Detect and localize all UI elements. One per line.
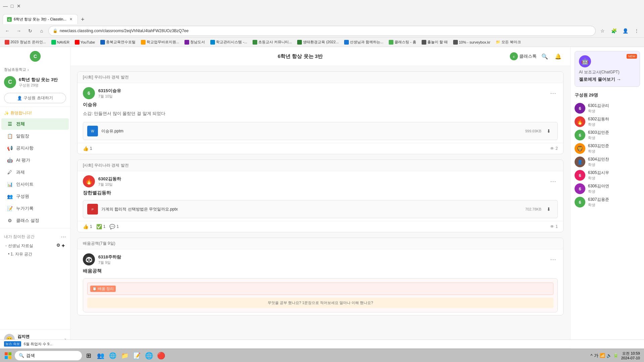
teacher-room-actions: ⚙ + (56, 243, 65, 249)
bookmark-teacher-community[interactable]: 초등교사 커뮤니티... (251, 39, 294, 45)
up-arrow-icon[interactable]: ^ (591, 353, 593, 358)
maximize-button[interactable]: □ (9, 3, 15, 9)
bookmark-eco-edu[interactable]: 생태환경교육 (2022... (295, 39, 340, 45)
right-sidebar: NEW 🤖 AI 보조교사(ChatGPT) 젤로에게 물어보기 → 구성원 2… (570, 47, 644, 349)
sidebar-item-log[interactable]: 📝 누가기록 (1, 203, 69, 214)
taskbar-teams-button[interactable]: 👥 (95, 350, 106, 361)
member-item: 👤 6304김민찬 학생 (575, 155, 640, 169)
post-category: [사회] 우리나라 경제 발전 (77, 160, 563, 171)
member-avatar: 6 (575, 197, 585, 207)
star-button[interactable]: ☆ (598, 26, 607, 36)
bookmark-youtube[interactable]: YouTube (73, 39, 97, 45)
taskbar-chrome-button[interactable]: 🌐 (144, 350, 154, 361)
bookmark-all[interactable]: 📁 모든 북마크 (494, 39, 523, 45)
sidebar-item-all[interactable]: ☰ 전체 (1, 118, 69, 130)
ai-arrow-icon: → (616, 77, 621, 82)
free-space-item[interactable]: • 1. 자유 공간 (0, 250, 70, 258)
bookmark-classting[interactable]: 클래스팅 - 홈 (387, 39, 418, 45)
battery-icon[interactable]: 🔋 (613, 353, 619, 358)
bookmark-library[interactable]: 청남도서 (182, 39, 207, 45)
bookmark-label: 생태환경교육 (2022... (303, 40, 338, 45)
post-more-button[interactable]: ⋯ (548, 255, 558, 264)
new-tab-button[interactable]: + (78, 15, 87, 24)
post-more-button[interactable]: ⋯ (548, 177, 558, 186)
download-button[interactable]: ⬇ (544, 204, 553, 214)
taskbar-search[interactable]: 🔍 검색 (15, 351, 82, 360)
my-spaces-header: 내가 참여한 공간 ⋯ (0, 230, 70, 241)
question-reaction[interactable]: 💬 1 (109, 224, 119, 229)
bookmark-2023[interactable]: 2023 청남조 온라인... (3, 39, 48, 45)
keyboard-icon[interactable]: 가 (594, 353, 598, 359)
bookmark-favicon (253, 40, 257, 45)
classtok-button[interactable]: C 클래스톡 (510, 52, 537, 60)
news-text: 6월 취업자 수 9... (24, 342, 53, 347)
view-count: 👁 1 (550, 224, 558, 229)
news-bar: 뉴스 속보 6월 취업자 수 9... (0, 340, 644, 348)
check-reaction[interactable]: ✅ 1 (96, 224, 106, 229)
address-bar[interactable]: 🔒 newclass.classting.com/classrooms/2eqV… (48, 26, 596, 36)
sidebar-item-task[interactable]: 🖊 과제 (1, 167, 69, 178)
home-button[interactable]: ⌂ (37, 26, 46, 36)
sidebar-item-notice[interactable]: 📋 알림장 (1, 130, 69, 142)
taskbar-app-button[interactable]: 🔴 (156, 350, 166, 361)
download-button[interactable]: ⬇ (544, 126, 553, 136)
taskbar-edge-button[interactable]: 🌐 (107, 350, 118, 361)
like-icon: 👍 (83, 146, 89, 151)
forward-button[interactable]: → (14, 26, 23, 36)
app-logo[interactable]: C (0, 47, 70, 66)
breadcrumb: 청남초등학교 › (0, 66, 70, 73)
bookmark-with-teacher[interactable]: 선생님과 함께하는... (342, 39, 385, 45)
member-role: 학생 (588, 109, 609, 114)
like-reaction[interactable]: 👍 1 (83, 146, 92, 151)
like-count: 1 (90, 224, 92, 229)
invite-members-button[interactable]: 👤 구성원 초대하기 (4, 93, 66, 103)
taskbar-notepad-button[interactable]: 📝 (131, 350, 142, 361)
member-name: 6303김민준 (588, 130, 609, 135)
network-icon[interactable]: 📶 (600, 353, 605, 358)
start-button[interactable] (3, 350, 13, 361)
ai-action-button[interactable]: 젤로에게 물어보기 → (579, 76, 636, 82)
profile-button[interactable]: 👤 (621, 26, 630, 36)
bookmark-school-support[interactable]: 학교업무바르지원... (139, 39, 181, 45)
close-button[interactable]: ✕ (16, 3, 21, 9)
sidebar-item-insight[interactable]: 📊 인사이트 (1, 179, 69, 190)
sidebar-item-members[interactable]: 👥 구성원 (1, 191, 69, 202)
member-name: 6304김민찬 (588, 157, 609, 162)
back-button[interactable]: ← (3, 26, 12, 36)
sidebar-item-announcement[interactable]: 📢 공지사항 (1, 142, 69, 154)
bookmark-chungbuk[interactable]: 충북교육연수포털 (98, 39, 138, 45)
eye-icon: 👁 (550, 146, 554, 151)
tab-close-button[interactable]: ✕ (68, 17, 73, 22)
refresh-button[interactable]: ↻ (25, 26, 35, 36)
bookmark-favicon (75, 40, 79, 45)
settings-icon: ⚙ (7, 218, 13, 224)
post-more-button[interactable]: ⋯ (548, 88, 558, 98)
image-label: 📋 배움 정리 (90, 286, 116, 292)
sidebar-item-settings[interactable]: ⚙ 클래스 설정 (1, 215, 69, 226)
bookmark-game[interactable]: 홀놀이 할 때 (420, 39, 450, 45)
bookmark-naver[interactable]: NAVER (49, 39, 71, 45)
bookmark-favicon (100, 40, 105, 45)
bookmark-label: 충북교육연수포털 (106, 40, 136, 45)
ai-icon: 🤖 (7, 157, 13, 163)
notifications-button[interactable]: 🔔 (553, 51, 564, 62)
taskbar-explorer-button[interactable]: 📁 (119, 350, 130, 361)
teacher-room-settings-button[interactable]: ⚙ (56, 243, 60, 249)
bookmark-survey[interactable]: 10% - surveybox.kr (451, 39, 492, 45)
menu-button[interactable]: ⋮ (632, 26, 641, 36)
minimize-button[interactable]: — (3, 3, 8, 9)
member-item: 6 6306김아연 학생 (575, 182, 640, 195)
bookmark-school-mgmt[interactable]: 학교관리시스템 -... (208, 39, 249, 45)
speaker-icon[interactable]: 🔈 (606, 353, 612, 358)
teacher-room-add-button[interactable]: + (62, 243, 65, 249)
my-spaces-more-button[interactable]: ⋯ (61, 234, 66, 240)
bookmarks-bar: 2023 청남조 온라인... NAVER YouTube 충북교육연수포털 학… (0, 38, 644, 47)
extensions-button[interactable]: 🧩 (609, 26, 619, 36)
taskbar-clock[interactable]: 오전 10:59 2024-07-10 (620, 351, 641, 360)
like-reaction[interactable]: 👍 1 (83, 224, 92, 229)
search-button[interactable]: 🔍 (539, 51, 550, 62)
taskbar-taskview-button[interactable]: ⊞ (83, 350, 94, 361)
active-tab[interactable]: C 6학년 항상 웃는 3반 - Classtin... ✕ (3, 14, 78, 24)
sidebar-item-ai[interactable]: 🤖 AI 평가 (1, 155, 69, 166)
clock-time: 오전 10:59 (621, 351, 640, 356)
